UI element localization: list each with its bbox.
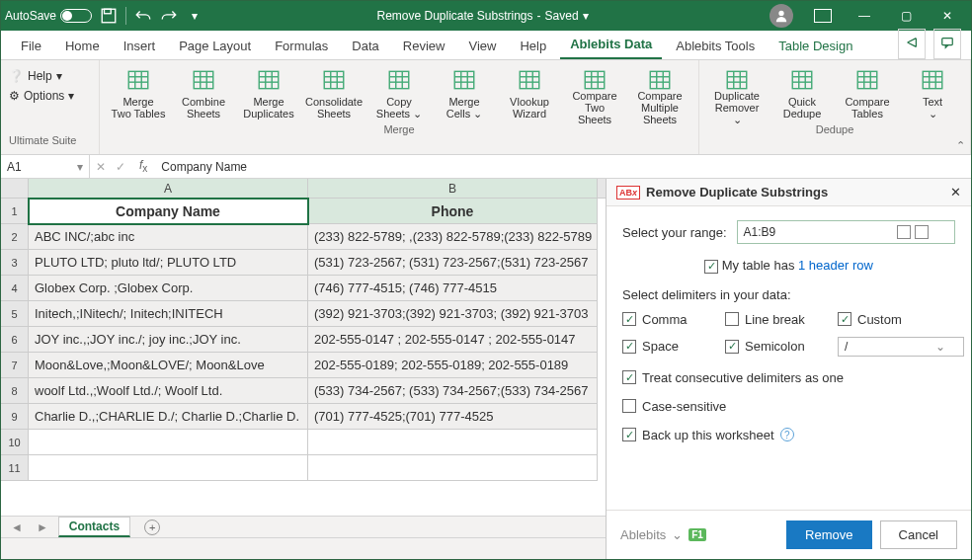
backup-checkbox[interactable] <box>622 428 636 441</box>
row-head[interactable]: 7 <box>1 353 29 378</box>
cell-a4[interactable]: Globex Corp. ;Globex Corp. <box>29 276 308 301</box>
brand-label[interactable]: Ablebits⌄ F1 <box>620 527 706 542</box>
ribbon-merge-cells-[interactable]: MergeCells ⌄ <box>433 64 496 121</box>
tab-formulas[interactable]: Formulas <box>265 33 338 59</box>
qat-customize-icon[interactable]: ▾ <box>186 7 203 25</box>
row-head[interactable]: 9 <box>1 404 29 430</box>
options-button[interactable]: ⚙Options▾ <box>9 86 74 106</box>
row-head[interactable]: 1 <box>1 199 29 224</box>
row-head[interactable]: 11 <box>1 455 29 481</box>
ribbon-display-button[interactable] <box>803 1 843 31</box>
row-head[interactable]: 10 <box>1 430 29 455</box>
ribbon-quick-dedupe[interactable]: QuickDedupe <box>770 64 834 121</box>
tab-help[interactable]: Help <box>510 33 556 59</box>
cell-b10[interactable] <box>308 430 598 455</box>
ribbon-vlookup-wizard[interactable]: VlookupWizard <box>498 64 561 121</box>
expand-range-icon[interactable] <box>915 225 929 239</box>
redo-icon[interactable] <box>160 7 178 25</box>
range-input[interactable]: A1:B9 <box>737 220 955 244</box>
select-range-icon[interactable] <box>897 225 911 239</box>
cell-b1[interactable]: Phone <box>308 199 598 224</box>
row-head[interactable]: 5 <box>1 301 29 327</box>
cell-a5[interactable]: Initech,;INitech/; Initech;INITECH <box>29 301 308 327</box>
tab-data[interactable]: Data <box>342 33 388 59</box>
title-dropdown-icon[interactable]: ▾ <box>583 9 589 23</box>
cell-a7[interactable]: Moon&Love,;Moon&LOVE/; Moon&Love <box>29 353 308 378</box>
custom-delim-input[interactable]: /⌄ <box>838 337 964 357</box>
ribbon-compare-tables[interactable]: CompareTables <box>836 64 899 121</box>
accept-formula-icon[interactable]: ✓ <box>116 160 125 174</box>
cell-b6[interactable]: 202-555-0147 ; 202-555-0147 ; 202-555-01… <box>308 327 598 353</box>
f1-help-badge[interactable]: F1 <box>688 528 706 541</box>
ribbon-text-[interactable]: Text⌄ <box>901 64 964 121</box>
col-head-a[interactable]: A <box>29 179 308 198</box>
cell-b5[interactable]: (392) 921-3703;(392) 921-3703; (392) 921… <box>308 301 598 327</box>
row-head[interactable]: 2 <box>1 224 29 250</box>
tab-ablebits-tools[interactable]: Ablebits Tools <box>666 33 765 59</box>
cell-b8[interactable]: (533) 734-2567; (533) 734-2567;(533) 734… <box>308 378 598 404</box>
ribbon-copy-sheets-[interactable]: CopySheets ⌄ <box>367 64 431 121</box>
user-avatar[interactable] <box>762 1 801 31</box>
has-headers-checkbox[interactable] <box>704 260 718 274</box>
cell-b2[interactable]: (233) 822-5789; ,(233) 822-5789;(233) 82… <box>308 224 598 250</box>
sheet-nav-next[interactable]: ► <box>33 520 52 534</box>
row-head[interactable]: 3 <box>1 250 29 276</box>
ribbon-consolidate-sheets[interactable]: ConsolidateSheets <box>302 64 365 121</box>
cell-a8[interactable]: woolf Ltd.,;Woolf Ltd./; Woolf Ltd. <box>29 378 308 404</box>
fx-icon[interactable]: fx <box>131 158 155 174</box>
cell-a10[interactable] <box>29 430 308 455</box>
ribbon-merge-two-tables[interactable]: MergeTwo Tables <box>107 64 170 121</box>
header-rows-link[interactable]: 1 header row <box>798 258 873 273</box>
comments-icon[interactable] <box>933 29 961 59</box>
cell-b4[interactable]: (746) 777-4515; (746) 777-4515 <box>308 276 598 301</box>
tab-review[interactable]: Review <box>393 33 455 59</box>
close-button[interactable]: ✕ <box>928 1 967 31</box>
ribbon-merge-duplicates[interactable]: MergeDuplicates <box>237 64 300 121</box>
help-button[interactable]: ❔Help▾ <box>9 66 62 86</box>
tab-insert[interactable]: Insert <box>114 33 166 59</box>
cell-a3[interactable]: PLUTO LTD; pluto ltd/; PLUTO LTD <box>29 250 308 276</box>
ribbon-duplicate-remover-[interactable]: DuplicateRemover ⌄ <box>705 64 769 121</box>
panel-close-icon[interactable]: ✕ <box>950 185 961 200</box>
remove-button[interactable]: Remove <box>786 520 871 549</box>
cell-b9[interactable]: (701) 777-4525;(701) 777-4525 <box>308 404 598 430</box>
delim-semicolon-checkbox[interactable] <box>725 340 739 354</box>
cell-a9[interactable]: Charlie D.,;CHARLIE D./; Charlie D.;Char… <box>29 404 308 430</box>
save-icon[interactable] <box>100 7 118 25</box>
tab-home[interactable]: Home <box>55 33 110 59</box>
formula-input[interactable]: Company Name <box>155 160 971 174</box>
cell-a1[interactable]: Company Name <box>29 199 308 224</box>
delim-space-checkbox[interactable] <box>622 340 636 354</box>
col-head-b[interactable]: B <box>308 179 598 198</box>
cell-b3[interactable]: (531) 723-2567; (531) 723-2567;(531) 723… <box>308 250 598 276</box>
tab-page-layout[interactable]: Page Layout <box>169 33 261 59</box>
share-icon[interactable] <box>898 29 926 59</box>
tab-ablebits-data[interactable]: Ablebits Data <box>560 31 662 59</box>
new-sheet-button[interactable]: + <box>144 520 160 535</box>
tab-table-design[interactable]: Table Design <box>769 33 862 59</box>
minimize-button[interactable]: — <box>845 1 884 31</box>
cell-b11[interactable] <box>308 455 598 481</box>
undo-icon[interactable] <box>134 7 152 25</box>
collapse-ribbon-icon[interactable]: ⌃ <box>956 139 965 152</box>
ribbon-combine-sheets[interactable]: CombineSheets <box>172 64 235 121</box>
cell-a11[interactable] <box>29 455 308 481</box>
delim-custom-checkbox[interactable] <box>838 312 851 326</box>
name-box[interactable]: A1▾ <box>1 155 90 178</box>
delim-comma-checkbox[interactable] <box>622 312 636 326</box>
help-icon[interactable]: ? <box>780 428 794 441</box>
row-head[interactable]: 6 <box>1 327 29 353</box>
cell-a2[interactable]: ABC INC/;abc inc <box>29 224 308 250</box>
row-head[interactable]: 4 <box>1 276 29 301</box>
delim-linebreak-checkbox[interactable] <box>725 312 739 326</box>
cell-a6[interactable]: JOY inc.,;JOY inc./; joy inc.;JOY inc. <box>29 327 308 353</box>
autosave-toggle[interactable] <box>60 9 92 23</box>
ribbon-compare-two-sheets[interactable]: CompareTwo Sheets <box>563 64 626 121</box>
cancel-formula-icon[interactable]: ✕ <box>96 160 106 174</box>
ribbon-compare-multiple-sheets[interactable]: CompareMultiple Sheets <box>628 64 691 121</box>
sheet-tab-contacts[interactable]: Contacts <box>58 517 130 537</box>
tab-view[interactable]: View <box>458 33 506 59</box>
tab-file[interactable]: File <box>11 33 51 59</box>
row-head[interactable]: 8 <box>1 378 29 404</box>
cell-b7[interactable]: 202-555-0189; 202-555-0189; 202-555-0189 <box>308 353 598 378</box>
